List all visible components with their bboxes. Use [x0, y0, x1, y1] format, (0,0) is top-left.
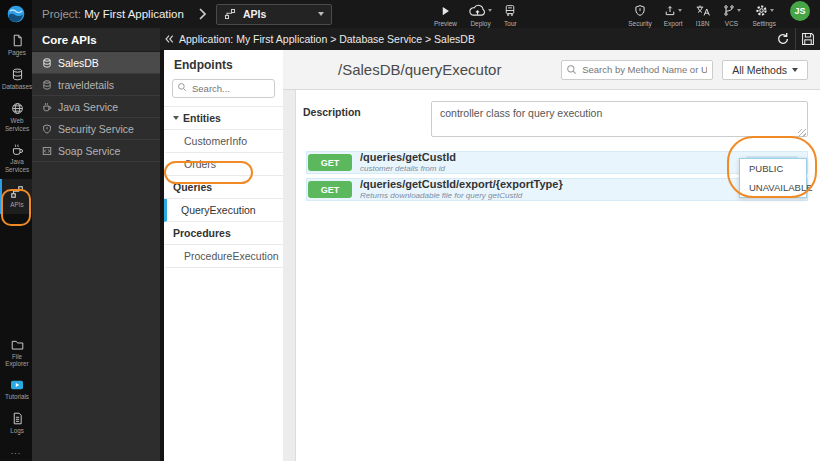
rail-overflow-button[interactable]: ...: [0, 440, 32, 461]
sidebar-item-web-services[interactable]: Web Services: [0, 96, 32, 138]
vcs-button[interactable]: VCS: [717, 1, 747, 28]
preview-button[interactable]: Preview: [428, 1, 463, 28]
description-textarea[interactable]: controller class for query execution: [431, 101, 808, 137]
method-get-button[interactable]: GET: [308, 154, 352, 171]
service-item-java-service[interactable]: Java Service: [32, 96, 160, 118]
sidebar-item-pages[interactable]: Pages: [0, 28, 32, 62]
queries-section-header[interactable]: Queries: [164, 176, 283, 199]
method-get-button[interactable]: GET: [308, 181, 352, 198]
chevron-down-icon: [488, 9, 492, 12]
method-search: [561, 59, 713, 80]
export-icon: [664, 4, 676, 17]
menu-item-unavailable[interactable]: UNAVAILABLE: [740, 178, 806, 197]
endpoints-search: [164, 78, 283, 107]
sidebar-item-logs[interactable]: Logs: [0, 406, 32, 440]
top-bar: Project: My First Application APIs Previ…: [0, 0, 820, 28]
main-header: /SalesDB/queryExecutor All Methods: [283, 50, 820, 90]
coffee-cup-icon: [42, 102, 52, 112]
coffee-cup-icon: [11, 143, 24, 156]
export-button[interactable]: Export: [658, 1, 689, 28]
video-play-icon: [10, 379, 24, 391]
save-button[interactable]: [795, 28, 820, 50]
chevron-right-icon: [198, 8, 206, 20]
endpoints-search-input[interactable]: [172, 79, 275, 98]
service-item-soap-service[interactable]: Soap Service: [32, 140, 160, 162]
service-item-traveldetails[interactable]: traveldetails: [32, 74, 160, 96]
sidebar-item-file-explorer[interactable]: File Explorer: [0, 333, 32, 374]
chevron-down-icon: [737, 9, 741, 12]
cloud-upload-icon: [469, 4, 486, 17]
page-icon: [11, 34, 24, 47]
endpoints-title: Endpoints: [164, 50, 283, 78]
app-logo[interactable]: [0, 0, 32, 28]
i18n-button[interactable]: I18N: [689, 1, 717, 28]
procedures-section-header[interactable]: Procedures: [164, 222, 283, 245]
entities-section-header[interactable]: Entities: [164, 107, 283, 130]
sidebar-item-apis[interactable]: APIs: [0, 179, 32, 214]
search-icon: [566, 64, 577, 75]
endpoint-item-orders[interactable]: Orders: [164, 153, 283, 176]
workspace-selector-dropdown[interactable]: APIs: [216, 4, 332, 25]
page-title: /SalesDB/queryExecutor: [338, 61, 501, 78]
sidebar-item-databases[interactable]: Databases: [0, 62, 32, 96]
gear-icon: [755, 4, 768, 17]
log-file-icon: [11, 412, 24, 425]
main-content: Description controller class for query e…: [295, 90, 820, 461]
services-sidebar: Core APIs SalesDB traveldetails Java Ser…: [32, 28, 160, 461]
translate-icon: [695, 4, 711, 17]
endpoint-item-queryexecution[interactable]: QueryExecution: [164, 199, 283, 222]
topbar-right-actions: Security Export I18N VCS: [622, 1, 814, 28]
service-item-security-service[interactable]: Security Service: [32, 118, 160, 140]
menu-item-public[interactable]: PUBLIC: [740, 159, 806, 178]
endpoint-item-customerinfo[interactable]: CustomerInfo: [164, 130, 283, 153]
triangle-down-icon: [173, 116, 179, 120]
branch-icon: [723, 4, 735, 17]
api-endpoint-row[interactable]: GET /queries/getCustId/export/{exportTyp…: [306, 178, 808, 201]
caret-down-icon: [792, 68, 798, 72]
endpoint-path: /queries/getCustId/export/{exportType}: [360, 179, 563, 190]
tour-button[interactable]: Tour: [498, 1, 523, 28]
chevron-down-icon: [678, 9, 682, 12]
collapse-panel-icon[interactable]: [160, 34, 179, 44]
database-icon: [11, 68, 24, 81]
chevron-down-icon: [318, 12, 324, 16]
endpoints-panel: Endpoints Entities CustomerInfo Orders Q…: [160, 50, 283, 461]
bus-icon: [504, 4, 516, 17]
deploy-button[interactable]: Deploy: [463, 1, 498, 28]
database-icon: [42, 58, 52, 68]
method-search-input[interactable]: [561, 60, 713, 80]
endpoint-summary: Returns downloadable file for query getC…: [360, 191, 563, 200]
soap-service-icon: [42, 146, 52, 156]
service-item-salesdb[interactable]: SalesDB: [32, 52, 160, 74]
methods-filter-dropdown[interactable]: All Methods: [722, 60, 808, 80]
access-level-menu: PUBLIC UNAVAILABLE: [739, 158, 807, 198]
topbar-center-actions: Preview Deploy Tour: [428, 1, 523, 28]
user-avatar[interactable]: JS: [790, 1, 810, 21]
settings-button[interactable]: Settings: [747, 1, 783, 28]
refresh-button[interactable]: [771, 28, 795, 50]
folder-icon: [11, 339, 24, 351]
endpoint-item-procedureexecution[interactable]: ProcedureExecution: [164, 245, 283, 268]
shield-icon: [42, 124, 52, 134]
security-button[interactable]: Security: [622, 1, 657, 28]
project-title: Project: My First Application: [42, 8, 184, 20]
breadcrumb-bar: Application: My First Application > Data…: [160, 28, 820, 50]
globe-icon: [11, 102, 24, 115]
app-window: Project: My First Application APIs Previ…: [0, 0, 820, 461]
api-endpoint-row[interactable]: GET /queries/getCustId customer details …: [306, 151, 808, 174]
chevron-down-icon: [770, 9, 774, 12]
left-icon-rail: Pages Databases Web Services Java Servic…: [0, 28, 32, 461]
sidebar-item-tutorials[interactable]: Tutorials: [0, 373, 32, 406]
search-icon: [177, 82, 187, 92]
wavemaker-logo-icon: [6, 4, 26, 24]
endpoint-path: /queries/getCustId: [360, 152, 456, 163]
breadcrumb: Application: My First Application > Data…: [179, 33, 475, 45]
apis-icon: [10, 185, 24, 199]
endpoint-summary: customer details from id: [360, 164, 456, 173]
apis-icon: [224, 8, 236, 20]
services-panel-title: Core APIs: [32, 28, 160, 52]
description-label: Description: [303, 101, 431, 118]
sidebar-item-java-services[interactable]: Java Services: [0, 137, 32, 179]
play-icon: [440, 5, 451, 17]
database-icon: [42, 80, 52, 90]
